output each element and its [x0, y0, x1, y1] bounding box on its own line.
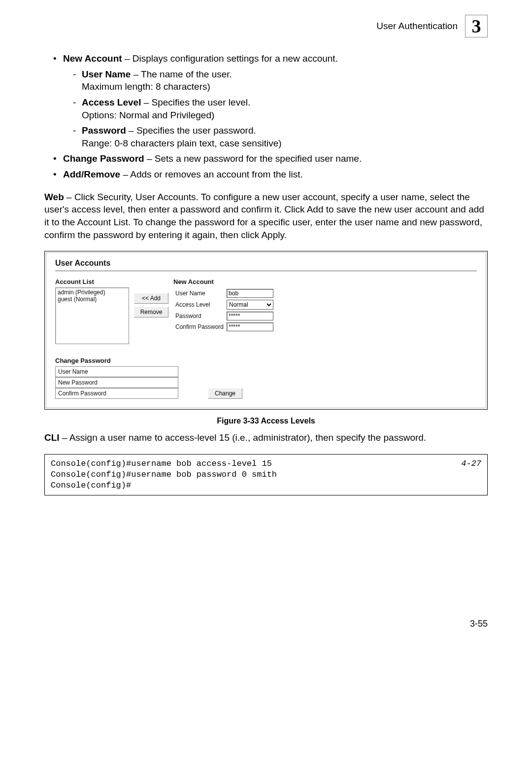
desc-user-name: – The name of the user.: [131, 69, 232, 79]
na-access-level-label: Access Level: [174, 299, 225, 310]
main-bullet-list: New Account – Displays configuration set…: [44, 52, 488, 181]
bullet-new-account: New Account – Displays configuration set…: [53, 52, 488, 149]
cli-text: – Assign a user name to access-level 15 …: [60, 432, 427, 443]
desc-new-account: – Displays configuration settings for a …: [122, 53, 338, 64]
button-column: << Add Remove: [134, 293, 168, 317]
na-password-label: Password: [174, 311, 225, 321]
change-password-form: User Name New Password Confirm Password: [55, 366, 178, 399]
desc-access-level: – Specifies the user level.: [141, 97, 250, 107]
na-confirm-password-input[interactable]: [227, 322, 273, 331]
desc-password: – Specifies the user password.: [126, 125, 256, 136]
new-account-heading: New Account: [173, 278, 275, 285]
label-add-remove: Add/Remove: [63, 169, 120, 179]
note-user-name: Maximum length: 8 characters): [82, 81, 210, 92]
change-button[interactable]: Change: [208, 388, 242, 399]
label-new-account: New Account: [63, 53, 122, 64]
chapter-number-box: 3: [465, 15, 488, 37]
na-user-name-label: User Name: [174, 288, 225, 298]
change-password-section: Change Password User Name New Password C…: [55, 357, 477, 399]
sub-list-new-account: User Name – The name of the user. Maximu…: [63, 68, 488, 150]
desc-change-password: – Sets a new password for the specified …: [144, 153, 362, 164]
sub-access-level: Access Level – Specifies the user level.…: [73, 96, 488, 121]
change-password-heading: Change Password: [55, 357, 477, 364]
account-list-section: Account List admin (Privileged) guest (N…: [55, 278, 129, 344]
na-user-name-input[interactable]: [227, 289, 273, 298]
sub-user-name: User Name – The name of the user. Maximu…: [73, 68, 488, 93]
account-list-heading: Account List: [55, 278, 129, 285]
cp-confirm-password-label: Confirm Password: [55, 388, 109, 399]
web-prefix: Web: [44, 192, 64, 202]
web-paragraph: Web – Click Security, User Accounts. To …: [44, 191, 488, 242]
panel-rule: [55, 271, 477, 271]
label-access-level: Access Level: [82, 97, 141, 107]
cli-paragraph: CLI – Assign a user name to access-level…: [44, 431, 488, 444]
na-password-input[interactable]: [227, 312, 273, 320]
add-button[interactable]: << Add: [134, 293, 168, 304]
label-change-password: Change Password: [63, 153, 144, 164]
cp-user-name-label: User Name: [55, 366, 109, 377]
cp-new-password-label: New Password: [55, 377, 109, 388]
cli-codebox: 4-27 Console(config)#username bob access…: [44, 454, 488, 495]
note-access-level: Options: Normal and Privileged): [82, 110, 214, 120]
label-user-name: User Name: [82, 69, 131, 79]
figure-caption: Figure 3-33 Access Levels: [44, 417, 488, 425]
account-listbox[interactable]: admin (Privileged) guest (Normal): [55, 287, 129, 344]
page-number: 3-55: [44, 619, 488, 629]
panel-title: User Accounts: [55, 259, 477, 268]
user-accounts-panel: User Accounts Account List admin (Privil…: [46, 252, 486, 408]
remove-button[interactable]: Remove: [134, 307, 168, 317]
cli-line: Console(config)#username bob password 0 …: [51, 469, 481, 480]
label-password: Password: [82, 125, 126, 136]
sub-password: Password – Specifies the user password. …: [73, 124, 488, 149]
bullet-change-password: Change Password – Sets a new password fo…: [53, 152, 488, 165]
figure-container: User Accounts Account List admin (Privil…: [44, 251, 488, 410]
na-confirm-password-label: Confirm Password: [174, 322, 225, 332]
desc-add-remove: – Adds or removes an account from the li…: [120, 169, 303, 179]
cli-prefix: CLI: [44, 432, 60, 443]
header-title: User Authentication: [376, 21, 458, 32]
page-header: User Authentication 3: [44, 15, 488, 37]
list-item[interactable]: guest (Normal): [58, 296, 127, 303]
new-account-form: User Name Access Level Normal Privileged: [173, 287, 275, 333]
cli-page-ref: 4-27: [461, 458, 481, 469]
note-password: Range: 0-8 characters plain text, case s…: [82, 138, 282, 148]
cli-line: Console(config)#username bob access-leve…: [51, 458, 481, 469]
cli-line: Console(config)#: [51, 480, 481, 491]
na-access-level-select[interactable]: Normal Privileged: [227, 300, 273, 310]
bullet-add-remove: Add/Remove – Adds or removes an account …: [53, 168, 488, 181]
new-account-section: New Account User Name Access Level Norma…: [173, 278, 275, 333]
web-text: – Click Security, User Accounts. To conf…: [44, 192, 484, 240]
list-item[interactable]: admin (Privileged): [58, 289, 127, 296]
